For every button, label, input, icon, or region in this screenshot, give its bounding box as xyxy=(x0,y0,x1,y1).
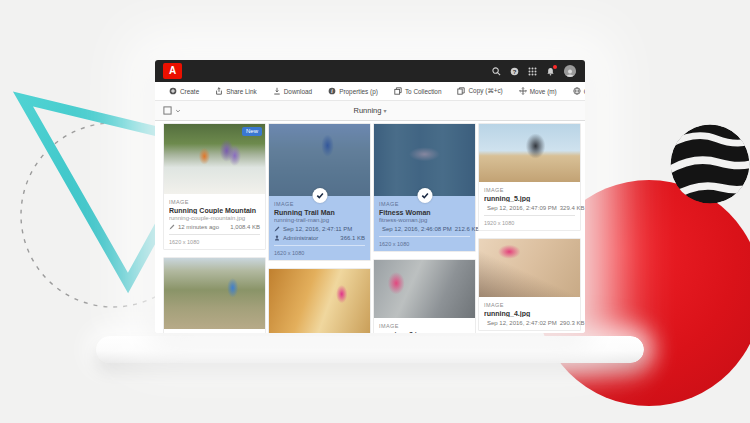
asset-size: 1,008.4 KB xyxy=(230,224,260,230)
quick-publish-button[interactable]: Quick Publish xyxy=(565,87,585,95)
asset-modified: Sep 12, 2016, 2:47:11 PM xyxy=(283,226,352,232)
asset-meta: IMAGE running_5.jpg Sep 12, 2016, 2:47:0… xyxy=(479,182,580,230)
new-badge: New xyxy=(242,127,262,136)
globe-icon xyxy=(573,87,581,95)
download-icon xyxy=(273,87,281,95)
card-view-icon xyxy=(163,106,172,115)
asset-card-running-4[interactable]: IMAGE running_4.jpg Sep 12, 2016, 2:47:0… xyxy=(478,238,581,331)
asset-card-mountain-trail[interactable]: IMAGE xyxy=(163,257,266,333)
chevron-down-icon xyxy=(175,108,181,114)
asset-modified: Sep 12, 2016, 2:47:02 PM xyxy=(487,320,557,326)
marketing-banner: A ? xyxy=(0,0,750,423)
asset-type-label: IMAGE xyxy=(484,187,575,193)
app-topbar: A ? xyxy=(155,60,585,82)
download-button[interactable]: Download xyxy=(265,87,320,95)
copy-button[interactable]: Copy (⌘+c) xyxy=(449,87,510,95)
aem-assets-window: A ? xyxy=(155,60,585,333)
grid-column-2: IMAGE Running Trail Man running-trail-ma… xyxy=(268,123,371,333)
asset-card-running-3[interactable]: IMAGE running_3.jpg xyxy=(373,259,476,333)
asset-title: Running Trail Man xyxy=(274,209,365,216)
asset-card-running-couple-mountain[interactable]: New IMAGE Running Couple Mountain runnin… xyxy=(163,123,266,250)
grid-column-3: IMAGE Fitness Woman fitness-woman.jpg Se… xyxy=(373,123,476,333)
info-icon: i xyxy=(328,87,336,95)
chevron-down-icon: ▾ xyxy=(384,108,387,114)
share-icon xyxy=(215,87,223,95)
move-icon xyxy=(519,87,527,95)
asset-title: Fitness Woman xyxy=(379,209,470,216)
asset-filename: fitness-woman.jpg xyxy=(379,217,470,223)
asset-thumbnail[interactable]: New xyxy=(164,124,265,194)
person-icon xyxy=(274,235,280,241)
notification-badge xyxy=(553,65,557,69)
asset-modified: Sep 12, 2016, 2:47:09 PM xyxy=(487,205,557,211)
asset-dimensions: 1920 x 1080 xyxy=(484,215,575,226)
asset-thumbnail[interactable] xyxy=(479,124,580,182)
asset-size: 290.3 KB xyxy=(560,320,585,326)
asset-thumbnail[interactable] xyxy=(479,239,580,297)
asset-size: 366.1 KB xyxy=(340,235,365,241)
asset-type-label: IMAGE xyxy=(484,302,575,308)
share-link-button[interactable]: Share Link xyxy=(207,87,265,95)
asset-modified: 12 minutes ago xyxy=(178,224,219,230)
plus-circle-icon xyxy=(169,87,177,95)
asset-card-running-5[interactable]: IMAGE running_5.jpg Sep 12, 2016, 2:47:0… xyxy=(478,123,581,231)
asset-meta: IMAGE Fitness Woman fitness-woman.jpg Se… xyxy=(374,196,475,251)
asset-card-running-1[interactable]: IMAGE running_1.jpg xyxy=(268,268,371,333)
asset-filename: running-couple-mountain.jpg xyxy=(169,215,260,221)
asset-type-label: IMAGE xyxy=(169,199,260,205)
avatar[interactable] xyxy=(564,65,576,77)
asset-title: running_4.jpg xyxy=(484,310,575,317)
asset-dimensions: 1620 x 1080 xyxy=(379,236,470,247)
asset-size: 329.4 KB xyxy=(560,205,585,211)
to-collection-button[interactable]: To Collection xyxy=(386,87,450,95)
asset-filename: running-trail-man.jpg xyxy=(274,217,365,223)
notifications-bell-icon[interactable] xyxy=(546,67,555,76)
selected-check-icon[interactable] xyxy=(417,188,432,203)
asset-size: 212.6 KB xyxy=(455,226,480,232)
asset-modified: Sep 12, 2016, 2:46:08 PM xyxy=(382,226,452,232)
asset-card-running-trail-man[interactable]: IMAGE Running Trail Man running-trail-ma… xyxy=(268,123,371,261)
asset-type-label: IMAGE xyxy=(379,323,470,329)
asset-title: running_3.jpg xyxy=(379,331,470,333)
asset-author: Administrator xyxy=(283,235,318,241)
asset-grid: New IMAGE Running Couple Mountain runnin… xyxy=(155,121,585,333)
grid-column-4: IMAGE running_5.jpg Sep 12, 2016, 2:47:0… xyxy=(478,123,581,333)
create-button[interactable]: Create xyxy=(161,87,207,95)
asset-meta: IMAGE Running Couple Mountain running-co… xyxy=(164,194,265,249)
collection-title[interactable]: Running ▾ xyxy=(155,106,585,115)
apps-grid-icon[interactable] xyxy=(528,67,537,76)
selected-check-icon[interactable] xyxy=(312,188,327,203)
move-button[interactable]: Move (m) xyxy=(511,87,565,95)
adobe-logo[interactable]: A xyxy=(163,63,182,79)
asset-dimensions: 1620 x 1080 xyxy=(169,234,260,245)
properties-button[interactable]: i Properties (p) xyxy=(320,87,386,95)
asset-thumbnail[interactable] xyxy=(164,258,265,329)
striped-sphere-logo xyxy=(668,122,750,206)
asset-thumbnail[interactable] xyxy=(269,269,370,333)
asset-title: Running Couple Mountain xyxy=(169,207,260,214)
asset-thumbnail[interactable] xyxy=(374,124,475,196)
asset-meta: IMAGE xyxy=(164,329,265,333)
view-bar: Running ▾ xyxy=(155,101,585,121)
svg-text:?: ? xyxy=(513,68,517,74)
asset-meta: IMAGE running_4.jpg Sep 12, 2016, 2:47:0… xyxy=(479,297,580,330)
asset-toolbar: Create Share Link Download i Properties … xyxy=(155,82,585,101)
asset-meta: IMAGE running_3.jpg xyxy=(374,318,475,333)
asset-thumbnail[interactable] xyxy=(374,260,475,318)
laptop-base xyxy=(96,336,644,363)
copy-icon xyxy=(457,87,465,95)
asset-title: running_5.jpg xyxy=(484,195,575,202)
help-icon[interactable]: ? xyxy=(510,67,519,76)
asset-thumbnail[interactable] xyxy=(269,124,370,196)
pencil-icon xyxy=(274,226,280,232)
search-icon[interactable] xyxy=(492,67,501,76)
asset-card-fitness-woman[interactable]: IMAGE Fitness Woman fitness-woman.jpg Se… xyxy=(373,123,476,252)
asset-meta: IMAGE Running Trail Man running-trail-ma… xyxy=(269,196,370,260)
pencil-icon xyxy=(169,224,175,230)
grid-column-1: New IMAGE Running Couple Mountain runnin… xyxy=(163,123,266,333)
collection-icon xyxy=(394,87,402,95)
view-switcher[interactable] xyxy=(163,106,181,115)
asset-dimensions: 1620 x 1080 xyxy=(274,245,365,256)
